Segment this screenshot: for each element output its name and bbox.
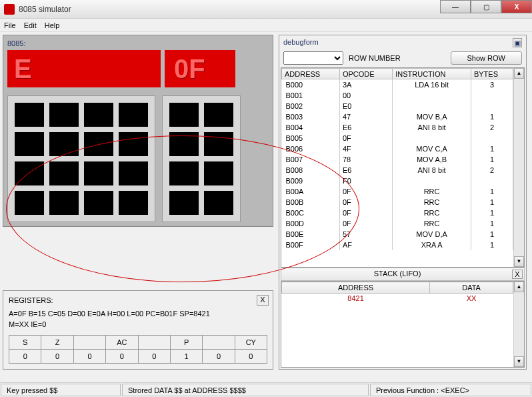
- status-bar: Key pressed $$ Strored DATA $$ at ADDRES…: [0, 382, 532, 397]
- debug-form-panel: debugform ▣ ROW NUMBER Show ROW ADDRESSO…: [279, 35, 527, 370]
- table-row[interactable]: B00C0FRRC1: [282, 208, 513, 218]
- table-row[interactable]: B004E6ANI 8 bit2: [282, 122, 513, 133]
- keypad-key[interactable]: [15, 132, 44, 156]
- column-header[interactable]: BYTES: [471, 69, 513, 79]
- table-row[interactable]: B002E0: [282, 101, 513, 111]
- keypad-key[interactable]: [84, 132, 113, 156]
- row-number-select[interactable]: [283, 51, 343, 65]
- registers-line: M=XX IE=0: [9, 320, 267, 328]
- table-row[interactable]: B00FAFXRA A1: [282, 240, 513, 250]
- keypad-key[interactable]: [84, 103, 113, 127]
- keypad-hex: [7, 95, 155, 222]
- flag-label: [138, 336, 170, 350]
- title-bar: 8085 simulator — ▢ X: [0, 0, 532, 19]
- keypad-key[interactable]: [119, 103, 148, 127]
- flag-value: 0: [73, 350, 105, 364]
- registers-panel: X REGISTERS: A=0F B=15 C=05 D=00 E=0A H=…: [3, 290, 273, 370]
- window-title: 8085 simulator: [19, 5, 71, 14]
- memory-table[interactable]: ADDRESSOPCODEINSTRUCTIONBYTES B0003ALDA …: [281, 67, 525, 268]
- keypad-control: [162, 95, 241, 222]
- maximize-button[interactable]: ▢: [471, 0, 501, 13]
- keypad-key[interactable]: [15, 103, 44, 127]
- table-row[interactable]: B00A0FRRC1: [282, 186, 513, 197]
- keypad-key[interactable]: [15, 191, 44, 215]
- table-row[interactable]: B0050F: [282, 133, 513, 143]
- column-header[interactable]: INSTRUCTION: [393, 69, 471, 79]
- flag-label: [203, 336, 235, 350]
- keypad-key[interactable]: [119, 191, 148, 215]
- keypad-key[interactable]: [84, 161, 113, 185]
- panel-label: 8085:: [7, 39, 269, 47]
- keypad-key[interactable]: [84, 191, 113, 215]
- menu-edit[interactable]: Edit: [24, 21, 37, 29]
- close-button[interactable]: X: [501, 0, 532, 13]
- column-header[interactable]: ADDRESS: [282, 282, 430, 294]
- keypad-key[interactable]: [169, 103, 199, 127]
- keypad-key[interactable]: [49, 103, 79, 127]
- flag-label: P: [170, 336, 202, 350]
- panel-icon[interactable]: ▣: [513, 38, 522, 47]
- table-row[interactable]: B00100: [282, 90, 513, 101]
- table-row[interactable]: B00B0FRRC1: [282, 197, 513, 208]
- close-icon[interactable]: X: [512, 270, 523, 279]
- menu-help[interactable]: Help: [45, 21, 60, 29]
- menu-file[interactable]: File: [4, 21, 16, 29]
- table-row[interactable]: B009F0: [282, 175, 513, 186]
- keypad-key[interactable]: [49, 132, 79, 156]
- flag-value: 0: [106, 350, 138, 364]
- table-row[interactable]: B00D0FRRC1: [282, 218, 513, 229]
- column-header[interactable]: OPCODE: [339, 69, 392, 79]
- keypad-key[interactable]: [204, 191, 233, 215]
- status-key-pressed: Key pressed $$: [1, 384, 121, 396]
- keypad-key[interactable]: [15, 161, 44, 185]
- keypad-key[interactable]: [169, 161, 199, 185]
- flag-value: 0: [9, 350, 41, 364]
- keypad-key[interactable]: [119, 132, 148, 156]
- keypad-key[interactable]: [169, 191, 199, 215]
- show-row-button[interactable]: Show ROW: [451, 51, 522, 65]
- app-icon: [4, 4, 15, 15]
- table-row[interactable]: B00347MOV B,A1: [282, 111, 513, 122]
- table-row[interactable]: 8421XX: [282, 294, 513, 304]
- keypad-key[interactable]: [204, 161, 233, 185]
- keypad-key[interactable]: [169, 132, 199, 156]
- keypad-key[interactable]: [204, 132, 233, 156]
- table-row[interactable]: B008E6ANI 8 bit2: [282, 165, 513, 175]
- scroll-down-icon[interactable]: ▼: [514, 256, 524, 267]
- flag-label: Z: [41, 336, 73, 350]
- flag-value: 0: [203, 350, 235, 364]
- close-icon[interactable]: X: [257, 295, 269, 306]
- scroll-up-icon[interactable]: ▲: [514, 68, 524, 79]
- flag-value: 1: [170, 350, 202, 364]
- status-prev-function: Previous Function : <EXEC>: [370, 384, 531, 396]
- stack-table[interactable]: ADDRESSDATA 8421XX ▲ ▼: [281, 281, 525, 368]
- stack-header: STACK (LIFO) X: [281, 268, 525, 281]
- minimize-button[interactable]: —: [440, 0, 471, 13]
- row-number-label: ROW NUMBER: [349, 54, 401, 62]
- table-row[interactable]: B00778MOV A,B1: [282, 154, 513, 165]
- keypad-key[interactable]: [119, 161, 148, 185]
- table-row[interactable]: B0003ALDA 16 bit3: [282, 79, 513, 90]
- flag-label: [73, 336, 105, 350]
- keypad-key[interactable]: [204, 103, 233, 127]
- scrollbar[interactable]: ▲ ▼: [513, 68, 524, 267]
- flags-table: SZACPCY 00000100: [9, 335, 267, 364]
- flag-label: S: [9, 336, 41, 350]
- keypad-key[interactable]: [49, 191, 79, 215]
- led-display-data: 0F: [165, 50, 235, 87]
- scroll-up-icon[interactable]: ▲: [514, 282, 524, 292]
- table-row[interactable]: B0064FMOV C,A1: [282, 143, 513, 154]
- flag-label: CY: [235, 336, 267, 350]
- flag-value: 0: [235, 350, 267, 364]
- column-header[interactable]: ADDRESS: [282, 69, 340, 79]
- led-display-address: E: [7, 50, 161, 87]
- display-keypad-panel: 8085: E 0F: [3, 35, 273, 227]
- column-header[interactable]: DATA: [430, 282, 513, 294]
- table-row[interactable]: B00E57MOV D,A1: [282, 229, 513, 240]
- debug-title: debugform: [283, 38, 319, 47]
- status-stored-data: Strored DATA $$ at ADDRESS $$$$: [122, 384, 369, 396]
- scroll-down-icon[interactable]: ▼: [514, 356, 524, 367]
- registers-header: REGISTERS:: [9, 296, 267, 304]
- scrollbar[interactable]: ▲ ▼: [513, 282, 524, 367]
- keypad-key[interactable]: [49, 161, 79, 185]
